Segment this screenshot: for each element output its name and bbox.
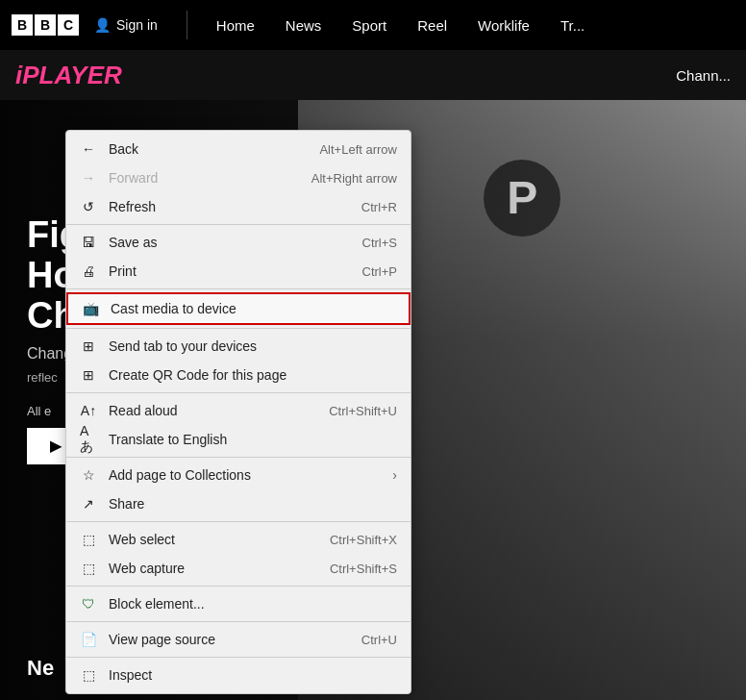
menu-icon-14: 🛡 bbox=[80, 595, 97, 612]
menu-icon-7: ⊞ bbox=[80, 366, 97, 384]
menu-divider-15 bbox=[66, 657, 410, 658]
menu-icon-3: 🖫 bbox=[80, 234, 97, 251]
iplayer-logo-player: PLAYER bbox=[22, 61, 122, 89]
menu-icon-4: 🖨 bbox=[80, 262, 97, 280]
menu-shortcut-1: Alt+Right arrow bbox=[311, 171, 397, 186]
menu-shortcut-8: Ctrl+Shift+U bbox=[329, 404, 397, 418]
menu-shortcut-3: Ctrl+S bbox=[362, 236, 397, 250]
menu-item-add-page-to-collections[interactable]: ☆Add page to Collections› bbox=[66, 461, 410, 489]
menu-icon-10: ☆ bbox=[80, 466, 97, 484]
iplayer-logo[interactable]: iPLAYER bbox=[15, 61, 122, 90]
menu-label-13: Web capture bbox=[109, 561, 318, 576]
menu-icon-6: ⊞ bbox=[80, 338, 97, 355]
menu-label-11: Share bbox=[109, 496, 397, 512]
menu-icon-13: ⬚ bbox=[80, 560, 97, 577]
signin-button[interactable]: 👤 Sign in bbox=[94, 17, 158, 33]
menu-item-save-as[interactable]: 🖫Save asCtrl+S bbox=[66, 228, 410, 257]
menu-icon-0: ← bbox=[80, 140, 97, 158]
menu-label-2: Refresh bbox=[109, 199, 350, 214]
menu-shortcut-0: Alt+Left arrow bbox=[319, 142, 397, 157]
menu-shortcut-12: Ctrl+Shift+X bbox=[330, 533, 397, 547]
menu-item-read-aloud[interactable]: A↑Read aloudCtrl+Shift+U bbox=[66, 396, 410, 425]
menu-item-view-page-source[interactable]: 📄View page sourceCtrl+U bbox=[66, 625, 410, 654]
menu-label-14: Block element... bbox=[109, 596, 397, 612]
menu-shortcut-15: Ctrl+U bbox=[361, 633, 397, 647]
nav-links: Home News Sport Reel Worklife Tr... bbox=[201, 0, 600, 50]
bbc-logo[interactable]: B B C bbox=[12, 14, 79, 36]
menu-divider-11 bbox=[66, 521, 410, 522]
menu-shortcut-4: Ctrl+P bbox=[362, 264, 397, 279]
nav-more[interactable]: Tr... bbox=[545, 0, 600, 50]
menu-item-refresh[interactable]: ↺RefreshCtrl+R bbox=[66, 192, 410, 221]
menu-item-print[interactable]: 🖨PrintCtrl+P bbox=[66, 257, 410, 286]
bbc-logo-b1: B bbox=[12, 14, 33, 36]
menu-item-share[interactable]: ↗Share bbox=[66, 489, 410, 518]
menu-label-6: Send tab to your devices bbox=[109, 338, 397, 354]
menu-item-create-qr-code-for-this-page[interactable]: ⊞Create QR Code for this page bbox=[66, 361, 410, 389]
menu-shortcut-2: Ctrl+R bbox=[361, 200, 397, 214]
menu-item-inspect[interactable]: ⬚Inspect bbox=[66, 661, 410, 689]
menu-label-1: Forward bbox=[109, 170, 300, 186]
menu-label-3: Save as bbox=[109, 235, 351, 250]
menu-label-10: Add page to Collections bbox=[109, 467, 381, 483]
menu-label-9: Translate to English bbox=[109, 432, 397, 447]
menu-label-12: Web select bbox=[109, 532, 318, 547]
nav-reel[interactable]: Reel bbox=[402, 0, 462, 50]
menu-label-7: Create QR Code for this page bbox=[109, 367, 397, 383]
menu-item-forward: →ForwardAlt+Right arrow bbox=[66, 163, 410, 192]
menu-divider-7 bbox=[66, 392, 410, 393]
menu-icon-11: ↗ bbox=[80, 495, 97, 512]
nav-sport[interactable]: Sport bbox=[336, 0, 402, 50]
iplayer-bar: iPLAYER Chann... bbox=[0, 50, 746, 100]
user-icon: 👤 bbox=[94, 17, 111, 33]
channels-label: Chann... bbox=[676, 67, 731, 84]
nav-news[interactable]: News bbox=[270, 0, 337, 50]
menu-label-16: Inspect bbox=[109, 667, 397, 683]
menu-icon-5: 📺 bbox=[82, 300, 99, 317]
menu-item-web-capture[interactable]: ⬚Web captureCtrl+Shift+S bbox=[66, 554, 410, 583]
menu-item-back[interactable]: ←BackAlt+Left arrow bbox=[66, 135, 410, 163]
menu-divider-9 bbox=[66, 457, 410, 458]
menu-label-5: Cast media to device bbox=[111, 301, 395, 316]
menu-item-block-element...[interactable]: 🛡Block element... bbox=[66, 589, 410, 618]
context-menu: ←BackAlt+Left arrow→ForwardAlt+Right arr… bbox=[65, 130, 411, 694]
menu-divider-4 bbox=[66, 288, 410, 289]
menu-icon-12: ⬚ bbox=[80, 531, 97, 548]
menu-icon-15: 📄 bbox=[80, 631, 97, 648]
menu-label-15: View page source bbox=[109, 632, 350, 647]
bbc-logo-b2: B bbox=[35, 14, 56, 36]
menu-divider-2 bbox=[66, 224, 410, 225]
menu-label-4: Print bbox=[109, 263, 351, 279]
bbc-logo-c: C bbox=[58, 14, 79, 36]
hero-bottom-label: Ne bbox=[27, 656, 54, 681]
menu-divider-13 bbox=[66, 586, 410, 587]
menu-item-web-select[interactable]: ⬚Web selectCtrl+Shift+X bbox=[66, 525, 410, 554]
menu-icon-2: ↺ bbox=[80, 198, 97, 215]
nav-divider bbox=[186, 11, 187, 39]
menu-icon-9: Aあ bbox=[80, 431, 97, 448]
menu-icon-8: A↑ bbox=[80, 402, 97, 419]
nav-worklife[interactable]: Worklife bbox=[462, 0, 545, 50]
menu-shortcut-13: Ctrl+Shift+S bbox=[330, 562, 397, 576]
menu-divider-5 bbox=[66, 328, 410, 329]
bbc-top-nav: B B C 👤 Sign in Home News Sport Reel Wor… bbox=[0, 0, 746, 50]
menu-item-cast-media-to-device[interactable]: 📺Cast media to device bbox=[66, 292, 410, 325]
menu-item-send-tab-to-your-devices[interactable]: ⊞Send tab to your devices bbox=[66, 332, 410, 361]
menu-icon-16: ⬚ bbox=[80, 666, 97, 684]
menu-label-8: Read aloud bbox=[109, 403, 317, 418]
signin-label: Sign in bbox=[116, 17, 158, 33]
menu-label-0: Back bbox=[109, 141, 308, 157]
menu-item-translate-to-english[interactable]: AあTranslate to English bbox=[66, 425, 410, 454]
menu-arrow-10: › bbox=[392, 467, 397, 483]
menu-divider-14 bbox=[66, 621, 410, 622]
menu-icon-1: → bbox=[80, 169, 97, 187]
nav-home[interactable]: Home bbox=[201, 0, 270, 50]
